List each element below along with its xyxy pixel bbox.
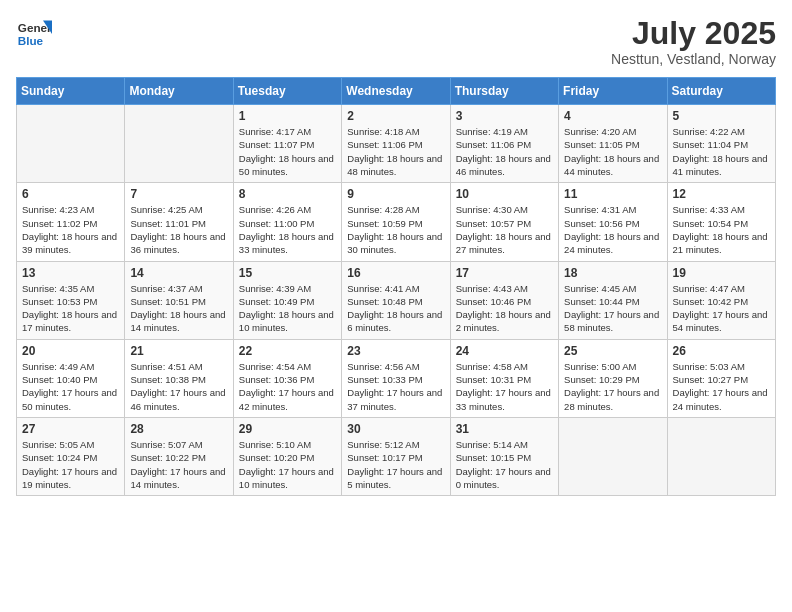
day-info: Sunrise: 4:56 AM Sunset: 10:33 PM Daylig… <box>347 360 444 413</box>
day-info: Sunrise: 4:26 AM Sunset: 11:00 PM Daylig… <box>239 203 336 256</box>
calendar-cell: 19Sunrise: 4:47 AM Sunset: 10:42 PM Dayl… <box>667 261 775 339</box>
day-info: Sunrise: 4:28 AM Sunset: 10:59 PM Daylig… <box>347 203 444 256</box>
day-number: 25 <box>564 344 661 358</box>
day-info: Sunrise: 5:10 AM Sunset: 10:20 PM Daylig… <box>239 438 336 491</box>
day-number: 22 <box>239 344 336 358</box>
day-number: 16 <box>347 266 444 280</box>
logo: General Blue <box>16 16 56 52</box>
day-info: Sunrise: 4:37 AM Sunset: 10:51 PM Daylig… <box>130 282 227 335</box>
calendar-week-row: 1Sunrise: 4:17 AM Sunset: 11:07 PM Dayli… <box>17 105 776 183</box>
calendar-cell: 29Sunrise: 5:10 AM Sunset: 10:20 PM Dayl… <box>233 417 341 495</box>
day-info: Sunrise: 4:39 AM Sunset: 10:49 PM Daylig… <box>239 282 336 335</box>
calendar-cell: 24Sunrise: 4:58 AM Sunset: 10:31 PM Dayl… <box>450 339 558 417</box>
day-number: 1 <box>239 109 336 123</box>
day-number: 13 <box>22 266 119 280</box>
calendar-cell: 10Sunrise: 4:30 AM Sunset: 10:57 PM Dayl… <box>450 183 558 261</box>
day-number: 28 <box>130 422 227 436</box>
calendar-cell: 1Sunrise: 4:17 AM Sunset: 11:07 PM Dayli… <box>233 105 341 183</box>
calendar-cell: 9Sunrise: 4:28 AM Sunset: 10:59 PM Dayli… <box>342 183 450 261</box>
day-info: Sunrise: 4:20 AM Sunset: 11:05 PM Daylig… <box>564 125 661 178</box>
day-info: Sunrise: 4:23 AM Sunset: 11:02 PM Daylig… <box>22 203 119 256</box>
calendar-cell: 3Sunrise: 4:19 AM Sunset: 11:06 PM Dayli… <box>450 105 558 183</box>
day-info: Sunrise: 4:49 AM Sunset: 10:40 PM Daylig… <box>22 360 119 413</box>
calendar-cell <box>125 105 233 183</box>
day-info: Sunrise: 4:58 AM Sunset: 10:31 PM Daylig… <box>456 360 553 413</box>
calendar-cell: 7Sunrise: 4:25 AM Sunset: 11:01 PM Dayli… <box>125 183 233 261</box>
day-info: Sunrise: 4:35 AM Sunset: 10:53 PM Daylig… <box>22 282 119 335</box>
calendar-cell: 5Sunrise: 4:22 AM Sunset: 11:04 PM Dayli… <box>667 105 775 183</box>
day-info: Sunrise: 5:07 AM Sunset: 10:22 PM Daylig… <box>130 438 227 491</box>
day-number: 9 <box>347 187 444 201</box>
calendar-table: SundayMondayTuesdayWednesdayThursdayFrid… <box>16 77 776 496</box>
calendar-cell: 22Sunrise: 4:54 AM Sunset: 10:36 PM Dayl… <box>233 339 341 417</box>
day-info: Sunrise: 5:03 AM Sunset: 10:27 PM Daylig… <box>673 360 770 413</box>
day-number: 23 <box>347 344 444 358</box>
calendar-cell: 31Sunrise: 5:14 AM Sunset: 10:15 PM Dayl… <box>450 417 558 495</box>
col-header-monday: Monday <box>125 78 233 105</box>
col-header-saturday: Saturday <box>667 78 775 105</box>
calendar-cell: 28Sunrise: 5:07 AM Sunset: 10:22 PM Dayl… <box>125 417 233 495</box>
calendar-cell: 13Sunrise: 4:35 AM Sunset: 10:53 PM Dayl… <box>17 261 125 339</box>
calendar-cell: 18Sunrise: 4:45 AM Sunset: 10:44 PM Dayl… <box>559 261 667 339</box>
calendar-cell: 6Sunrise: 4:23 AM Sunset: 11:02 PM Dayli… <box>17 183 125 261</box>
day-info: Sunrise: 5:05 AM Sunset: 10:24 PM Daylig… <box>22 438 119 491</box>
day-number: 29 <box>239 422 336 436</box>
day-info: Sunrise: 5:12 AM Sunset: 10:17 PM Daylig… <box>347 438 444 491</box>
calendar-cell <box>559 417 667 495</box>
calendar-cell: 4Sunrise: 4:20 AM Sunset: 11:05 PM Dayli… <box>559 105 667 183</box>
calendar-cell: 23Sunrise: 4:56 AM Sunset: 10:33 PM Dayl… <box>342 339 450 417</box>
calendar-week-row: 20Sunrise: 4:49 AM Sunset: 10:40 PM Dayl… <box>17 339 776 417</box>
col-header-tuesday: Tuesday <box>233 78 341 105</box>
calendar-week-row: 27Sunrise: 5:05 AM Sunset: 10:24 PM Dayl… <box>17 417 776 495</box>
day-info: Sunrise: 4:22 AM Sunset: 11:04 PM Daylig… <box>673 125 770 178</box>
calendar-cell: 2Sunrise: 4:18 AM Sunset: 11:06 PM Dayli… <box>342 105 450 183</box>
calendar-cell: 14Sunrise: 4:37 AM Sunset: 10:51 PM Dayl… <box>125 261 233 339</box>
col-header-sunday: Sunday <box>17 78 125 105</box>
day-info: Sunrise: 4:51 AM Sunset: 10:38 PM Daylig… <box>130 360 227 413</box>
day-info: Sunrise: 4:18 AM Sunset: 11:06 PM Daylig… <box>347 125 444 178</box>
calendar-cell: 25Sunrise: 5:00 AM Sunset: 10:29 PM Dayl… <box>559 339 667 417</box>
day-number: 30 <box>347 422 444 436</box>
calendar-cell: 27Sunrise: 5:05 AM Sunset: 10:24 PM Dayl… <box>17 417 125 495</box>
calendar-cell: 11Sunrise: 4:31 AM Sunset: 10:56 PM Dayl… <box>559 183 667 261</box>
day-number: 15 <box>239 266 336 280</box>
calendar-week-row: 13Sunrise: 4:35 AM Sunset: 10:53 PM Dayl… <box>17 261 776 339</box>
day-info: Sunrise: 4:17 AM Sunset: 11:07 PM Daylig… <box>239 125 336 178</box>
day-number: 6 <box>22 187 119 201</box>
day-number: 8 <box>239 187 336 201</box>
day-number: 7 <box>130 187 227 201</box>
day-info: Sunrise: 4:45 AM Sunset: 10:44 PM Daylig… <box>564 282 661 335</box>
col-header-thursday: Thursday <box>450 78 558 105</box>
day-number: 10 <box>456 187 553 201</box>
day-info: Sunrise: 4:41 AM Sunset: 10:48 PM Daylig… <box>347 282 444 335</box>
calendar-cell: 12Sunrise: 4:33 AM Sunset: 10:54 PM Dayl… <box>667 183 775 261</box>
day-number: 20 <box>22 344 119 358</box>
day-number: 14 <box>130 266 227 280</box>
calendar-cell: 21Sunrise: 4:51 AM Sunset: 10:38 PM Dayl… <box>125 339 233 417</box>
day-number: 4 <box>564 109 661 123</box>
calendar-cell: 20Sunrise: 4:49 AM Sunset: 10:40 PM Dayl… <box>17 339 125 417</box>
day-info: Sunrise: 4:31 AM Sunset: 10:56 PM Daylig… <box>564 203 661 256</box>
day-number: 3 <box>456 109 553 123</box>
day-number: 17 <box>456 266 553 280</box>
day-info: Sunrise: 4:25 AM Sunset: 11:01 PM Daylig… <box>130 203 227 256</box>
day-number: 27 <box>22 422 119 436</box>
calendar-header-row: SundayMondayTuesdayWednesdayThursdayFrid… <box>17 78 776 105</box>
day-number: 26 <box>673 344 770 358</box>
calendar-cell: 15Sunrise: 4:39 AM Sunset: 10:49 PM Dayl… <box>233 261 341 339</box>
location: Nesttun, Vestland, Norway <box>611 51 776 67</box>
day-number: 19 <box>673 266 770 280</box>
day-number: 2 <box>347 109 444 123</box>
day-info: Sunrise: 4:54 AM Sunset: 10:36 PM Daylig… <box>239 360 336 413</box>
col-header-friday: Friday <box>559 78 667 105</box>
day-number: 18 <box>564 266 661 280</box>
day-info: Sunrise: 4:33 AM Sunset: 10:54 PM Daylig… <box>673 203 770 256</box>
calendar-cell <box>667 417 775 495</box>
day-info: Sunrise: 5:14 AM Sunset: 10:15 PM Daylig… <box>456 438 553 491</box>
calendar-cell: 16Sunrise: 4:41 AM Sunset: 10:48 PM Dayl… <box>342 261 450 339</box>
day-number: 31 <box>456 422 553 436</box>
calendar-cell <box>17 105 125 183</box>
day-number: 12 <box>673 187 770 201</box>
calendar-week-row: 6Sunrise: 4:23 AM Sunset: 11:02 PM Dayli… <box>17 183 776 261</box>
day-info: Sunrise: 4:19 AM Sunset: 11:06 PM Daylig… <box>456 125 553 178</box>
